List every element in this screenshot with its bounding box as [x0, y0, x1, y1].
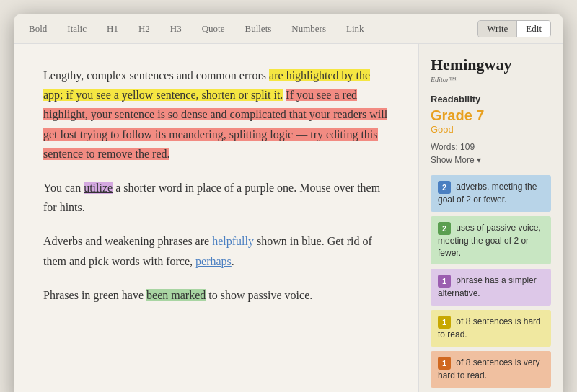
blue-highlight: helpfully: [212, 235, 254, 247]
words-count: Words: 109: [431, 142, 551, 152]
very-hard-badge: 1: [438, 357, 451, 370]
bold-button[interactable]: Bold: [26, 22, 50, 36]
readability-description: Good: [431, 124, 551, 135]
numbers-button[interactable]: Numbers: [288, 22, 329, 36]
paragraph-1: Lengthy, complex sentences and common er…: [43, 66, 389, 164]
show-more-button[interactable]: Show More ▾: [431, 155, 551, 165]
write-edit-toggle: Write Edit: [477, 20, 551, 37]
quote-button[interactable]: Quote: [199, 22, 228, 36]
main-area: Lengthy, complex sentences and common er…: [14, 44, 563, 392]
sidebar: Hemingway Editor™ Readability Grade 7 Go…: [418, 44, 563, 392]
editor-area[interactable]: Lengthy, complex sentences and common er…: [14, 44, 418, 392]
paragraph-2: You can utilize a shorter word in place …: [43, 178, 389, 217]
h1-button[interactable]: H1: [104, 22, 121, 36]
paragraph-4: Phrases in green have been marked to sho…: [43, 285, 389, 305]
hard-text: of 8 sentences is hard to read.: [438, 316, 541, 339]
passive-text: uses of passive voice, meeting the goal …: [438, 223, 541, 258]
green-highlight: been marked: [146, 289, 206, 301]
stat-card-simpler: 1 phrase has a simpler alternative.: [431, 269, 551, 306]
text-segment: Phrases in green have: [43, 289, 146, 301]
simpler-text: phrase has a simpler alternative.: [438, 276, 537, 299]
blue-highlight-2: perhaps: [195, 255, 232, 267]
italic-button[interactable]: Italic: [64, 22, 89, 36]
bullets-button[interactable]: Bullets: [242, 22, 274, 36]
stat-card-very-hard: 1 of 8 sentences is very hard to read.: [431, 351, 551, 388]
readability-label: Readability: [431, 94, 551, 104]
readability-grade: Grade 7: [431, 107, 551, 124]
text-segment: .: [232, 255, 234, 267]
stat-card-hard: 1 of 8 sentences is hard to read.: [431, 310, 551, 347]
text-segment: Adverbs and weakening phrases are: [43, 235, 212, 247]
write-mode-button[interactable]: Write: [478, 21, 516, 37]
hard-badge: 1: [438, 316, 451, 329]
stat-card-passive: 2 uses of passive voice, meeting the goa…: [431, 216, 551, 265]
edit-mode-button[interactable]: Edit: [516, 21, 550, 37]
app-title: Hemingway: [431, 55, 551, 74]
paragraph-3: Adverbs and weakening phrases are helpfu…: [43, 231, 389, 270]
text-segment: to show passive voice.: [206, 289, 312, 301]
link-button[interactable]: Link: [343, 22, 367, 36]
text-segment: You can: [43, 182, 84, 194]
passive-badge: 2: [438, 222, 451, 235]
adverbs-text: adverbs, meeting the goal of 2 or fewer.: [438, 182, 537, 205]
h2-button[interactable]: H2: [136, 22, 153, 36]
h3-button[interactable]: H3: [167, 22, 185, 36]
adverbs-badge: 2: [438, 181, 451, 194]
simpler-badge: 1: [438, 275, 451, 288]
text-segment: Lengthy, complex sentences and common er…: [43, 69, 269, 81]
app-window: Bold Italic H1 H2 H3 Quote Bullets Numbe…: [14, 14, 563, 392]
very-hard-text: of 8 sentences is very hard to read.: [438, 357, 539, 380]
purple-highlight: utilize: [84, 182, 113, 194]
stat-card-adverbs: 2 adverbs, meeting the goal of 2 or fewe…: [431, 175, 551, 212]
chevron-down-icon: ▾: [477, 155, 481, 165]
app-subtitle: Editor™: [431, 76, 551, 84]
toolbar: Bold Italic H1 H2 H3 Quote Bullets Numbe…: [14, 14, 563, 44]
